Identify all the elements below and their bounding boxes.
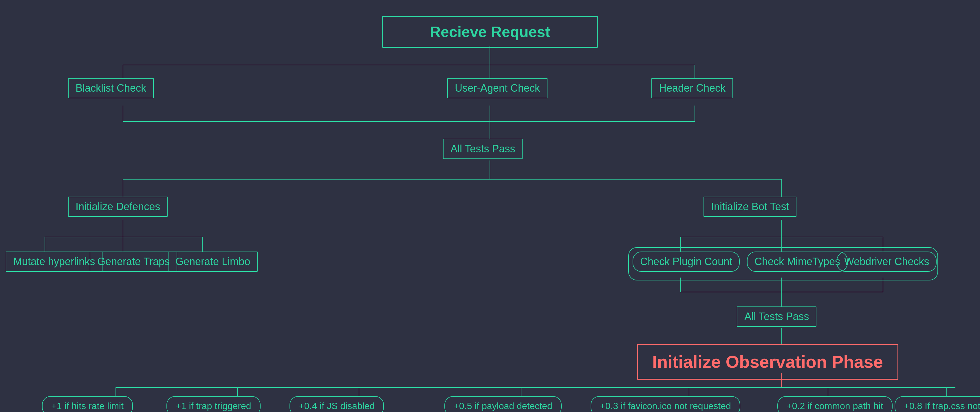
score-rate-limit-node: +1 if hits rate limit — [42, 396, 133, 412]
generate-traps-node: Generate Traps — [90, 252, 177, 272]
diagram: Recieve Request Blacklist Check User-Age… — [0, 0, 980, 412]
initialize-defences-node: Initialize Defences — [68, 196, 168, 217]
all-tests-pass-2-node: All Tests Pass — [737, 306, 816, 327]
blacklist-check-node: Blacklist Check — [68, 78, 154, 98]
score-js-disabled-node: +0.4 if JS disabled — [290, 396, 384, 412]
initialize-bot-test-node: Initialize Bot Test — [703, 196, 797, 217]
header-check-node: Header Check — [651, 78, 733, 98]
score-trap-node: +1 if trap triggered — [167, 396, 261, 412]
receive-request-node: Recieve Request — [382, 16, 598, 48]
check-mimetypes-node: Check MimeTypes — [747, 252, 848, 272]
mutate-hyperlinks-node: Mutate hyperlinks — [6, 252, 102, 272]
initialize-observation-node: Initialize Observation Phase — [637, 344, 898, 380]
check-plugin-count-node: Check Plugin Count — [633, 252, 740, 272]
user-agent-check-node: User-Agent Check — [447, 78, 547, 98]
all-tests-pass-1-node: All Tests Pass — [443, 139, 523, 159]
score-common-path-node: +0.2 if common path hit — [777, 396, 892, 412]
webdriver-checks-node: Webdriver Checks — [837, 252, 937, 272]
score-trap-css-node: +0.8 If trap.css not loaded — [895, 396, 980, 412]
generate-limbo-node: Generate Limbo — [168, 252, 258, 272]
score-payload-node: +0.5 if payload detected — [444, 396, 562, 412]
score-favicon-node: +0.3 if favicon.ico not requested — [590, 396, 740, 412]
